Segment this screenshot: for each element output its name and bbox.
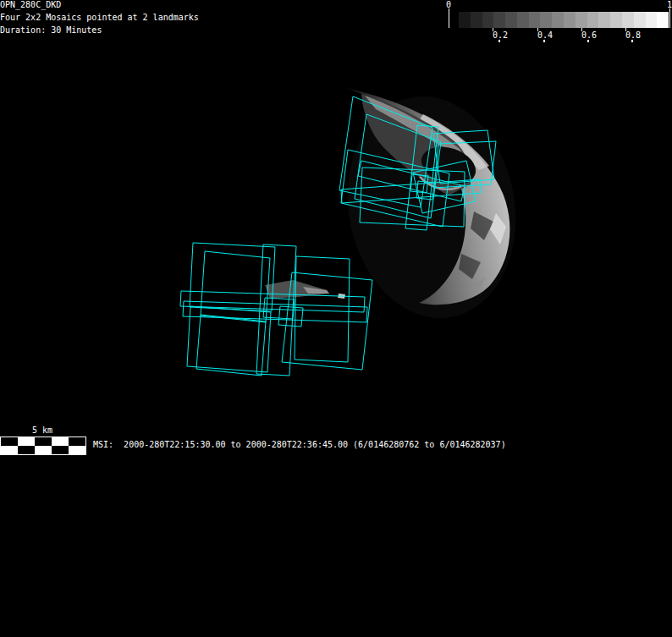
colorbar-step (610, 12, 622, 28)
colorbar-step (517, 12, 529, 28)
grayscale-colorbar: 010.20.40.60.8 (0, 0, 672, 47)
scalebar-cell (35, 437, 52, 446)
colorbar-step (657, 12, 669, 28)
colorbar-tick-label: 0.2 (493, 30, 508, 40)
scalebar-cell (69, 446, 85, 454)
colorbar-tick-label: 0.6 (581, 30, 597, 40)
colorbar-end-tick (669, 8, 670, 28)
msi-time-range: MSI: 2000-280T22:15:30.00 to 2000-280T22… (93, 440, 506, 449)
colorbar-step (598, 12, 610, 28)
colorbar-tick-dot (631, 40, 633, 42)
scalebar-label: 5 km (17, 426, 68, 435)
colorbar-step (646, 12, 658, 28)
colorbar-tick-dot (543, 40, 545, 42)
scalebar-cell (69, 437, 85, 446)
colorbar-step (564, 12, 576, 28)
colorbar-step (505, 12, 517, 28)
colorbar-step (552, 12, 564, 28)
asteroid-eros (265, 83, 532, 332)
colorbar-step (540, 12, 552, 28)
distance-scalebar (0, 437, 86, 455)
colorbar-tick-label: 0.8 (625, 30, 641, 40)
colorbar-step (634, 12, 646, 28)
colorbar-tick-dot (498, 40, 500, 42)
scalebar-cell (1, 446, 18, 454)
scalebar-cell (18, 437, 35, 446)
msi-frame-footprint (190, 243, 275, 311)
landmark-2-mosaics (180, 243, 372, 376)
scalebar-row (1, 446, 85, 454)
colorbar-tick-label: 0.4 (537, 30, 553, 40)
colorbar-end-tick (449, 8, 449, 28)
colorbar-step (471, 12, 482, 28)
colorbar-step (459, 12, 471, 28)
scalebar-cell (35, 446, 52, 454)
msi-frame-footprint (196, 315, 266, 376)
colorbar-gradient-bar (459, 12, 669, 28)
colorbar-step (587, 12, 599, 28)
colorbar-end-label: 1 (667, 0, 672, 9)
colorbar-tick-dot (587, 40, 589, 42)
colorbar-step (529, 12, 541, 28)
scalebar-cell (52, 437, 69, 446)
scalebar-cell (1, 437, 18, 446)
scalebar-row (1, 437, 85, 446)
scene-canvas (0, 0, 672, 637)
scalebar-cell (18, 446, 35, 454)
colorbar-end-label: 0 (446, 0, 451, 9)
colorbar-step (493, 12, 505, 28)
colorbar-step (482, 12, 494, 28)
mosaic-plan-viewer: 010.20.40.60.8 5 km MSI: 2000-280T22:15:… (0, 0, 672, 637)
colorbar-step (622, 12, 634, 28)
scalebar-cell (52, 446, 69, 454)
colorbar-step (576, 12, 587, 28)
